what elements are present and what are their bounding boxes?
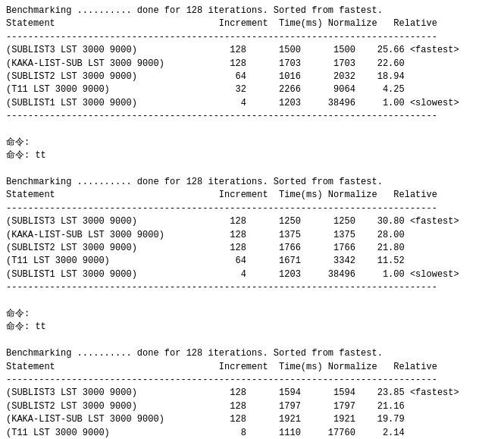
- terminal-output: Benchmarking .......... done for 128 ite…: [6, 5, 498, 439]
